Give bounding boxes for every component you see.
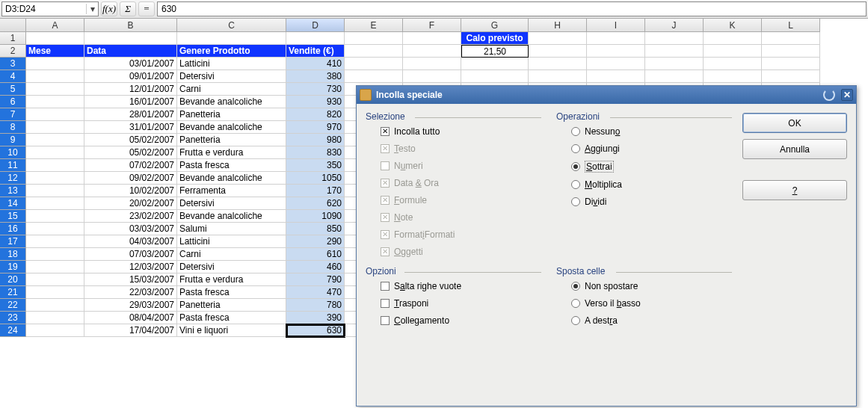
cell-A11[interactable] <box>26 159 84 172</box>
cell-B15[interactable]: 23/02/2007 <box>84 210 177 223</box>
cell-J1[interactable] <box>645 32 704 45</box>
cell-D12[interactable]: 1050 <box>286 172 345 185</box>
cell-F2[interactable] <box>403 45 461 58</box>
cell-A14[interactable] <box>26 197 84 210</box>
cell-F4[interactable] <box>403 70 461 83</box>
cell-H2[interactable] <box>529 45 587 58</box>
cell-C24[interactable]: Vini e liquori <box>177 324 286 337</box>
cell-A1[interactable] <box>26 32 84 45</box>
cell-B23[interactable]: 08/04/2007 <box>84 312 177 324</box>
cell-C14[interactable]: Detersivi <box>177 197 286 210</box>
cell-A6[interactable] <box>26 96 84 108</box>
cell-D5[interactable]: 730 <box>286 83 345 96</box>
cell-C3[interactable]: Latticini <box>177 58 286 70</box>
cell-K4[interactable] <box>704 70 762 83</box>
row-header-4[interactable]: 4 <box>0 70 26 83</box>
row-header-9[interactable]: 9 <box>0 134 26 146</box>
cell-B10[interactable]: 05/02/2007 <box>84 146 177 159</box>
cell-B21[interactable]: 22/03/2007 <box>84 286 177 299</box>
dialog-titlebar[interactable]: Incolla speciale ✕ <box>357 86 856 104</box>
cell-C10[interactable]: Frutta e verdura <box>177 146 286 159</box>
cell-B11[interactable]: 07/02/2007 <box>84 159 177 172</box>
select-all-corner[interactable] <box>0 19 26 32</box>
cell-B5[interactable]: 12/01/2007 <box>84 83 177 96</box>
cell-B18[interactable]: 07/03/2007 <box>84 248 177 261</box>
cell-G2[interactable]: 21,50 <box>461 45 529 58</box>
function-wizard-button[interactable]: f(x) <box>101 1 117 16</box>
name-box-dropdown-icon[interactable]: ▾ <box>86 4 98 14</box>
ok-button[interactable]: OK <box>742 113 847 133</box>
sum-button[interactable]: Σ <box>120 1 136 16</box>
row-header-5[interactable]: 5 <box>0 83 26 96</box>
help-button[interactable]: ? <box>742 180 847 200</box>
cell-L4[interactable] <box>762 70 820 83</box>
cell-C7[interactable]: Panetteria <box>177 108 286 121</box>
radio-op-multiply[interactable]: MoltiplicaMoltiplica <box>571 179 732 190</box>
cell-L2[interactable] <box>762 45 820 58</box>
cell-C18[interactable]: Carni <box>177 248 286 261</box>
formula-input[interactable]: 630 <box>157 1 867 16</box>
cell-A4[interactable] <box>26 70 84 83</box>
row-header-21[interactable]: 21 <box>0 286 26 299</box>
cell-G3[interactable] <box>461 58 529 70</box>
cell-D3[interactable]: 410 <box>286 58 345 70</box>
cell-A2[interactable]: Mese <box>26 45 84 58</box>
cell-D16[interactable]: 850 <box>286 223 345 235</box>
row-header-10[interactable]: 10 <box>0 146 26 159</box>
close-button[interactable]: ✕ <box>841 89 853 101</box>
row-header-15[interactable]: 15 <box>0 210 26 223</box>
cell-A7[interactable] <box>26 108 84 121</box>
row-header-8[interactable]: 8 <box>0 121 26 134</box>
cell-D24[interactable]: 630 <box>286 324 345 337</box>
cell-A23[interactable] <box>26 312 84 324</box>
row-header-18[interactable]: 18 <box>0 248 26 261</box>
cell-I4[interactable] <box>587 70 645 83</box>
cell-F3[interactable] <box>403 58 461 70</box>
column-header-G[interactable]: G <box>461 19 529 32</box>
cell-E2[interactable] <box>345 45 403 58</box>
cell-E1[interactable] <box>345 32 403 45</box>
cell-I1[interactable] <box>587 32 645 45</box>
cell-D17[interactable]: 290 <box>286 235 345 248</box>
cell-B22[interactable]: 29/03/2007 <box>84 299 177 312</box>
cell-B24[interactable]: 17/04/2007 <box>84 324 177 337</box>
cell-L1[interactable] <box>762 32 820 45</box>
cell-C17[interactable]: Latticini <box>177 235 286 248</box>
cell-D15[interactable]: 1090 <box>286 210 345 223</box>
cell-B7[interactable]: 28/01/2007 <box>84 108 177 121</box>
cell-D14[interactable]: 620 <box>286 197 345 210</box>
cell-D8[interactable]: 970 <box>286 121 345 134</box>
cell-B9[interactable]: 05/02/2007 <box>84 134 177 146</box>
cell-H3[interactable] <box>529 58 587 70</box>
cell-B14[interactable]: 20/02/2007 <box>84 197 177 210</box>
cell-B4[interactable]: 09/01/2007 <box>84 70 177 83</box>
cell-A13[interactable] <box>26 185 84 197</box>
cell-I3[interactable] <box>587 58 645 70</box>
row-header-19[interactable]: 19 <box>0 261 26 273</box>
cell-C5[interactable]: Carni <box>177 83 286 96</box>
cell-C21[interactable]: Pasta fresca <box>177 286 286 299</box>
cell-E4[interactable] <box>345 70 403 83</box>
cell-C15[interactable]: Bevande analcoliche <box>177 210 286 223</box>
column-header-D[interactable]: D <box>286 19 345 32</box>
cell-A8[interactable] <box>26 121 84 134</box>
checkbox-paste-all[interactable]: ✕Incolla tutto <box>381 126 541 137</box>
cell-A9[interactable] <box>26 134 84 146</box>
cell-K3[interactable] <box>704 58 762 70</box>
row-header-14[interactable]: 14 <box>0 197 26 210</box>
cell-A21[interactable] <box>26 286 84 299</box>
cell-K2[interactable] <box>704 45 762 58</box>
cell-C6[interactable]: Bevande analcoliche <box>177 96 286 108</box>
cell-A5[interactable] <box>26 83 84 96</box>
cell-C12[interactable]: Bevande analcoliche <box>177 172 286 185</box>
cell-A24[interactable] <box>26 324 84 337</box>
checkbox-skip-empty[interactable]: Salta righe vuoteSalta righe vuote <box>381 281 541 291</box>
row-header-23[interactable]: 23 <box>0 312 26 324</box>
cell-E3[interactable] <box>345 58 403 70</box>
cancel-button[interactable]: Annulla <box>742 139 847 159</box>
row-header-3[interactable]: 3 <box>0 58 26 70</box>
cell-D6[interactable]: 930 <box>286 96 345 108</box>
cell-A19[interactable] <box>26 261 84 273</box>
column-header-K[interactable]: K <box>704 19 762 32</box>
cell-C9[interactable]: Panetteria <box>177 134 286 146</box>
